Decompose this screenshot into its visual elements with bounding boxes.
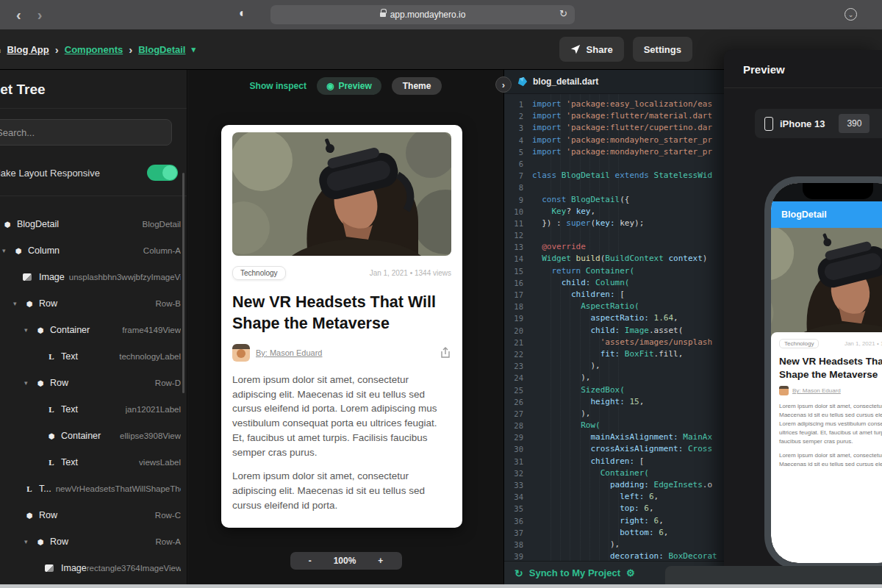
sidebar-scrollbar[interactable] (182, 173, 184, 393)
code-tab-name[interactable]: blog_detail.dart (533, 76, 598, 87)
line-number: 30 (504, 443, 523, 455)
line-number: 36 (504, 515, 523, 527)
tree-node-label: Row (39, 298, 57, 309)
tree-row[interactable]: ▾⬢RowRow-A (0, 528, 187, 555)
image-icon (23, 273, 32, 281)
line-number: 32 (504, 467, 523, 479)
line-number: 16 (504, 277, 523, 289)
download-icon[interactable]: ⌄ (845, 8, 857, 21)
tree-node-id: viewsLabel (139, 458, 181, 467)
url-text[interactable]: app.mondayhero.io (390, 10, 466, 20)
phone-article-photo (771, 228, 882, 338)
tree-row[interactable]: ▾⬢Containerframe4149View (0, 317, 187, 343)
sidebar-title: Widget Tree (0, 82, 187, 98)
tree-node-id: frame4149View (122, 326, 181, 334)
widget-cube-icon: ⬢ (45, 432, 58, 440)
line-number: 31 (504, 456, 523, 467)
share-button[interactable]: Share (559, 37, 624, 62)
caret-icon[interactable]: ▾ (24, 379, 34, 387)
tree-node-id: unsplashbhn3wwjbfzyImageView (69, 273, 181, 282)
blog-detail-card[interactable]: Technology Jan 1, 2021 • 1344 views New … (221, 125, 462, 528)
tree-node-id: newVrHeadsetsThatWillShapeTheMe.. (56, 484, 181, 493)
preview-mode-button[interactable]: ◉ Preview (317, 77, 381, 95)
caret-icon[interactable]: ▾ (2, 247, 12, 254)
tree-row[interactable]: ▾⬢RowRow-B (0, 290, 187, 317)
device-selector[interactable]: iPhone 13 390 x (755, 109, 882, 138)
zoom-in-button[interactable]: + (378, 556, 383, 566)
line-number: 12 (504, 229, 523, 241)
line-number: 3 (504, 122, 523, 134)
chevron-down-icon[interactable]: ▾ (192, 45, 196, 54)
phone-article-paragraph: Lorem ipsum dolor sit amet, consectetur … (779, 451, 882, 469)
caret-icon[interactable]: ▾ (24, 326, 34, 334)
tree-row[interactable]: ⬢Containerellipse3908View (0, 423, 187, 449)
tree-row[interactable]: ▾⬢ColumnColumn-A (0, 237, 187, 264)
tree-node-label: Image (61, 563, 87, 573)
zoom-control: - 100% + (290, 552, 402, 570)
gear-plus-icon[interactable]: ⚙ (626, 567, 635, 578)
show-inspect-link[interactable]: Show inspect (250, 81, 306, 91)
tree-row[interactable]: ⬢RowRow-C (0, 502, 187, 528)
breadcrumb-separator: › (129, 43, 132, 56)
zoom-out-button[interactable]: - (309, 556, 312, 566)
author-name[interactable]: By: Mason Eduard (256, 348, 323, 357)
lock-icon (380, 12, 386, 17)
settings-button[interactable]: Settings (633, 37, 692, 62)
design-canvas: Show inspect ◉ Preview Theme › Technolog… (188, 70, 503, 584)
tree-row[interactable]: Imageunsplashbhn3wwjbfzyImageView (0, 264, 187, 290)
forward-icon[interactable]: › (37, 7, 43, 22)
tree-row[interactable]: LTexttechnologyLabel (0, 343, 187, 370)
home-icon[interactable]: ⌂ (0, 43, 1, 55)
collapse-panel-button[interactable]: › (495, 76, 512, 93)
article-meta: Jan 1, 2021 • 1344 views (370, 269, 451, 277)
panel-footer-band (665, 566, 882, 584)
caret-icon[interactable]: ▾ (24, 538, 34, 545)
tree-row[interactable]: LTextjan12021Label (0, 396, 187, 423)
tree-node-label: Text (61, 457, 78, 467)
breadcrumb-blogdetail[interactable]: BlogDetail (138, 44, 185, 55)
tree-row[interactable]: LT...newVrHeadsetsThatWillShapeTheMe.. (0, 476, 187, 502)
line-number: 23 (504, 360, 523, 372)
tree-node-label: Container (61, 431, 101, 441)
breadcrumb-blog-app[interactable]: Blog App (7, 44, 49, 55)
widget-cube-icon: ⬢ (12, 247, 25, 255)
device-name[interactable]: iPhone 13 (780, 118, 825, 129)
tree-row[interactable]: ▾⬢BlogDetailBlogDetail (0, 211, 187, 237)
tree-row[interactable]: LTextviewsLabel (0, 449, 187, 476)
sync-to-project-button[interactable]: Synch to My Project (529, 567, 620, 578)
responsive-toggle[interactable] (147, 165, 178, 181)
line-number: 7 (504, 170, 523, 182)
phone-author-avatar (779, 386, 789, 395)
tree-row[interactable]: ▾⬢RowRow-D (0, 370, 187, 396)
search-input[interactable] (0, 119, 172, 146)
line-number: 4 (504, 135, 523, 146)
line-number: 22 (504, 348, 523, 360)
address-bar[interactable]: app.mondayhero.io ↻ (270, 5, 575, 24)
technology-tag[interactable]: Technology (232, 266, 286, 280)
line-number: 8 (504, 182, 523, 193)
tree-node-id: Row-B (155, 299, 181, 308)
back-icon[interactable]: ‹ (16, 7, 21, 22)
theme-button[interactable]: Theme (392, 77, 442, 95)
caret-icon[interactable]: ▾ (13, 300, 23, 307)
phone-icon (764, 117, 773, 131)
dart-icon (517, 76, 528, 87)
sync-icon: ↻ (514, 567, 523, 579)
preview-panel: Preview iPhone 13 390 x BlogDetail (724, 50, 882, 582)
breadcrumb-components[interactable]: Components (65, 44, 123, 55)
tree-node-label: Text (61, 404, 78, 415)
share-article-icon[interactable] (440, 347, 451, 359)
widget-tree: ▾⬢BlogDetailBlogDetail▾⬢ColumnColumn-AIm… (0, 211, 187, 584)
image-icon (45, 564, 54, 572)
tree-node-id: Column-A (143, 246, 181, 255)
tree-node-id: Row-C (155, 511, 181, 520)
reload-icon[interactable]: ↻ (559, 8, 567, 19)
divider (0, 196, 187, 196)
tree-node-label: Row (50, 537, 68, 547)
author-avatar (232, 344, 250, 362)
device-width-field[interactable]: 390 (839, 114, 870, 133)
tree-row[interactable]: Imagerectangle3764ImageView (0, 555, 187, 581)
tree-node-id: Row-A (155, 537, 181, 546)
shield-icon[interactable]: ◐ (239, 7, 246, 20)
tree-node-label: T... (39, 484, 51, 494)
